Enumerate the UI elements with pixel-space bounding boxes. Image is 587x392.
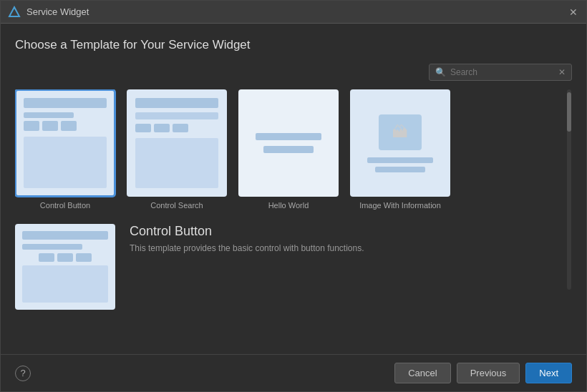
template-card-hello-world[interactable]: Hello World xyxy=(238,89,339,210)
main-content: Choose a Template for Your Service Widge… xyxy=(1,24,586,354)
iwi-line2 xyxy=(375,167,425,172)
cs-buttons xyxy=(135,124,188,132)
cs-btn1 xyxy=(135,124,151,132)
template-preview-hello-world xyxy=(238,89,339,197)
template-label-control-search: Control Search xyxy=(150,201,203,210)
next-button[interactable]: Next xyxy=(525,363,572,383)
lp-buttons xyxy=(39,253,92,262)
preview-small-bar xyxy=(24,112,74,118)
template-label-control-button: Control Button xyxy=(40,201,90,210)
selected-large-preview xyxy=(15,224,115,310)
cs-header xyxy=(135,98,218,108)
search-icon: 🔍 xyxy=(435,67,446,77)
preview-btn2 xyxy=(42,121,58,131)
app-icon xyxy=(8,6,21,19)
bottom-section: Control Button This template provides th… xyxy=(15,224,572,315)
templates-area: Control Button xyxy=(15,89,572,354)
selected-template-description: This template provides the basic control… xyxy=(130,243,572,253)
dialog-window: Service Widget ✕ Choose a Template for Y… xyxy=(0,0,587,392)
selected-template-name: Control Button xyxy=(130,224,572,239)
footer: ? Cancel Previous Next xyxy=(1,354,586,391)
template-card-control-search[interactable]: Control Search xyxy=(127,89,227,210)
previous-button[interactable]: Previous xyxy=(457,363,520,383)
template-preview-control-search xyxy=(127,89,227,197)
titlebar: Service Widget ✕ xyxy=(1,1,586,24)
cs-btn2 xyxy=(154,124,170,132)
template-preview-control-button xyxy=(15,89,115,197)
lp-btn2 xyxy=(57,253,73,262)
selected-template-info: Control Button This template provides th… xyxy=(130,224,572,253)
iwi-mountain-icon: 🏔 xyxy=(392,123,408,142)
page-title: Choose a Template for Your Service Widge… xyxy=(15,38,572,52)
iwi-image: 🏔 xyxy=(379,114,422,150)
help-button[interactable]: ? xyxy=(15,366,31,381)
lp-content xyxy=(22,265,108,303)
cs-btn3 xyxy=(173,124,188,132)
template-card-image-with-information[interactable]: 🏔 Image With Information xyxy=(350,89,450,210)
scrollbar-track xyxy=(567,89,571,290)
templates-grid: Control Button xyxy=(15,89,566,210)
hw-line1 xyxy=(256,133,322,140)
cancel-button[interactable]: Cancel xyxy=(394,363,450,383)
lp-header xyxy=(22,231,108,240)
hw-line2 xyxy=(263,146,314,153)
search-input[interactable] xyxy=(450,67,558,77)
search-box: 🔍 ✕ xyxy=(429,64,572,81)
svg-marker-0 xyxy=(9,7,19,16)
template-label-image-with-information: Image With Information xyxy=(359,201,441,210)
side-scrollbar[interactable] xyxy=(566,89,572,210)
template-preview-image-with-information: 🏔 xyxy=(350,89,450,197)
cs-searchbar xyxy=(135,112,218,119)
window-title: Service Widget xyxy=(26,6,568,17)
lp-btn3 xyxy=(76,253,92,262)
preview-btn1 xyxy=(24,121,39,131)
cs-content xyxy=(135,138,218,188)
search-bar-row: 🔍 ✕ xyxy=(15,64,572,81)
close-button[interactable]: ✕ xyxy=(568,6,579,18)
preview-buttons xyxy=(24,121,77,131)
scrollbar-thumb xyxy=(567,92,571,132)
help-icon: ? xyxy=(20,368,25,378)
template-card-control-button[interactable]: Control Button xyxy=(15,89,115,210)
preview-header-bar xyxy=(24,98,107,108)
lp-btn1 xyxy=(39,253,54,262)
top-row: Control Button xyxy=(15,89,572,210)
preview-btn3 xyxy=(61,121,77,131)
footer-buttons: Cancel Previous Next xyxy=(394,363,572,383)
preview-content xyxy=(24,137,107,188)
iwi-line1 xyxy=(367,157,434,163)
search-clear-icon[interactable]: ✕ xyxy=(558,67,566,77)
lp-line1 xyxy=(22,244,82,250)
template-label-hello-world: Hello World xyxy=(268,201,309,210)
